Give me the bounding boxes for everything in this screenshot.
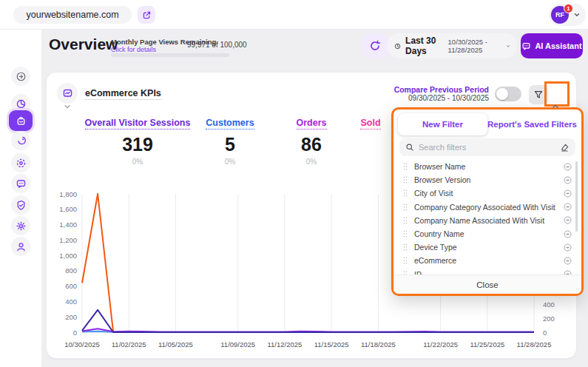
- chevron-down-icon: [506, 43, 510, 50]
- drag-handle-icon[interactable]: [402, 216, 408, 225]
- svg-text:1,600: 1,600: [59, 205, 77, 213]
- sidebar: [0, 30, 41, 367]
- filter-list-item[interactable]: City of Visit: [393, 186, 581, 200]
- sidebar-item-privacy[interactable]: [11, 195, 30, 215]
- close-button[interactable]: Close: [393, 275, 581, 294]
- drag-handle-icon[interactable]: [402, 243, 408, 252]
- kpi-label[interactable]: Sold: [360, 118, 380, 129]
- drag-handle-icon[interactable]: [402, 162, 408, 171]
- sidebar-item-settings[interactable]: [11, 216, 30, 235]
- gear-icon: [16, 220, 27, 232]
- filter-name: Device Type: [414, 243, 557, 252]
- date-range-label: Last 30 Days: [405, 36, 443, 56]
- chevron-down-icon: [573, 11, 581, 18]
- svg-text:11/15/2025: 11/15/2025: [314, 340, 349, 349]
- filter-list-item[interactable]: Browser Version: [393, 173, 581, 186]
- svg-text:11/22/2025: 11/22/2025: [423, 340, 458, 349]
- ai-assistant-button[interactable]: AI Assistant: [521, 33, 583, 58]
- svg-text:0: 0: [73, 329, 77, 337]
- svg-text:11/28/2025: 11/28/2025: [517, 340, 552, 349]
- site-favicon-icon: [21, 9, 21, 21]
- filter-button[interactable]: [529, 85, 548, 104]
- funnel-icon: [533, 90, 544, 100]
- sidebar-item-account[interactable]: [11, 237, 30, 256]
- filter-list-scrollbar[interactable]: [575, 161, 578, 232]
- filter-search-input[interactable]: [419, 143, 555, 152]
- date-range-selector[interactable]: Last 30 Days 10/30/2025 - 11/28/2025: [387, 33, 518, 58]
- kpi-overall-visitor-sessions: Overall Visitor Sessions 319 0%: [82, 115, 193, 166]
- arrow-right-circle-icon[interactable]: [563, 189, 572, 198]
- filter-name: Browser Name: [414, 162, 557, 171]
- tab-reports-saved-filters[interactable]: Report's Saved Filters: [487, 113, 577, 135]
- svg-text:1,400: 1,400: [59, 220, 77, 229]
- page-views-details-link[interactable]: Click for details: [111, 46, 156, 53]
- chart-series-indigo: [82, 310, 534, 332]
- eraser-icon[interactable]: [560, 143, 570, 152]
- notification-badge: 1: [564, 4, 573, 13]
- refresh-button[interactable]: [362, 33, 388, 58]
- svg-text:11/18/2025: 11/18/2025: [361, 340, 396, 349]
- external-link-icon: [142, 10, 152, 20]
- svg-text:400: 400: [543, 300, 555, 309]
- open-site-button[interactable]: [138, 6, 155, 24]
- svg-text:800: 800: [65, 266, 77, 275]
- expand-arrow-icon: [16, 71, 27, 82]
- kpi-widget-button[interactable]: [57, 83, 78, 104]
- filter-name: Company Name Associated With Visit: [414, 216, 557, 225]
- user-pin-icon: [16, 241, 27, 252]
- kpi-change: 0%: [82, 158, 193, 166]
- filter-panel: New Filter Report's Saved Filters Browse…: [391, 107, 584, 296]
- sidebar-item-funnels[interactable]: [11, 131, 30, 150]
- target-icon: [16, 158, 27, 169]
- page-title: Overview: [49, 36, 118, 53]
- drag-handle-icon[interactable]: [402, 189, 408, 198]
- filter-name: Company Category Associated With Visit: [414, 203, 557, 212]
- arrow-right-circle-icon[interactable]: [563, 202, 572, 212]
- filter-list-item[interactable]: Country Name: [393, 227, 581, 240]
- compare-period-range: 09/30/2025 - 10/30/2025: [408, 94, 489, 102]
- kpi-label[interactable]: Customers: [206, 118, 254, 129]
- drag-handle-icon[interactable]: [402, 229, 408, 238]
- filter-list-item[interactable]: eCommerce: [393, 254, 581, 267]
- sidebar-item-ecommerce[interactable]: [9, 110, 33, 131]
- arrow-right-circle-icon[interactable]: [563, 256, 572, 266]
- sidebar-collapse-button[interactable]: [11, 67, 30, 86]
- arrow-right-circle-icon[interactable]: [563, 162, 572, 172]
- svg-text:200: 200: [543, 314, 555, 323]
- filter-list-item[interactable]: Company Name Associated With Visit: [393, 214, 581, 227]
- kpi-value: 86: [271, 134, 352, 155]
- svg-text:0: 0: [543, 329, 547, 337]
- kpi-value: 319: [82, 134, 193, 155]
- user-menu[interactable]: RF 1: [549, 4, 586, 26]
- site-selector[interactable]: yourwebsitename.com: [13, 6, 132, 24]
- kpi-label[interactable]: Orders: [297, 118, 327, 129]
- arrow-right-circle-icon[interactable]: [563, 229, 572, 239]
- pie-chart-icon: [16, 98, 27, 110]
- sidebar-item-goals[interactable]: [11, 153, 30, 172]
- filter-name: City of Visit: [414, 189, 557, 198]
- drag-handle-icon[interactable]: [402, 175, 408, 184]
- svg-text:1,000: 1,000: [59, 252, 77, 260]
- kpi-label[interactable]: Overall Visitor Sessions: [85, 118, 191, 129]
- arrow-right-circle-icon[interactable]: [563, 175, 572, 185]
- filter-list-item[interactable]: Browser Name: [393, 160, 581, 173]
- site-name: yourwebsitename.com: [27, 10, 119, 20]
- compare-period-label: Compare Previous Period: [394, 85, 489, 94]
- compare-period-toggle[interactable]: [495, 87, 521, 101]
- drag-handle-icon[interactable]: [402, 256, 408, 265]
- kpi-chart-icon: [62, 88, 73, 99]
- sidebar-item-feedback[interactable]: [11, 174, 30, 193]
- svg-text:10/30/2025: 10/30/2025: [64, 340, 100, 349]
- svg-text:11/05/2025: 11/05/2025: [158, 340, 193, 349]
- filter-list-item[interactable]: Company Category Associated With Visit: [393, 201, 581, 214]
- drag-handle-icon[interactable]: [402, 203, 408, 212]
- filter-list-item[interactable]: IP: [393, 268, 581, 275]
- tab-new-filter[interactable]: New Filter: [398, 113, 487, 135]
- arrow-right-circle-icon[interactable]: [563, 243, 572, 252]
- arrow-right-circle-icon[interactable]: [563, 269, 572, 275]
- filter-list-item[interactable]: Device Type: [393, 240, 581, 254]
- svg-text:200: 200: [65, 313, 77, 321]
- chevron-up-icon[interactable]: [552, 104, 559, 109]
- card-title: eCommerce KPIs: [85, 88, 161, 100]
- arrow-right-circle-icon[interactable]: [563, 215, 572, 225]
